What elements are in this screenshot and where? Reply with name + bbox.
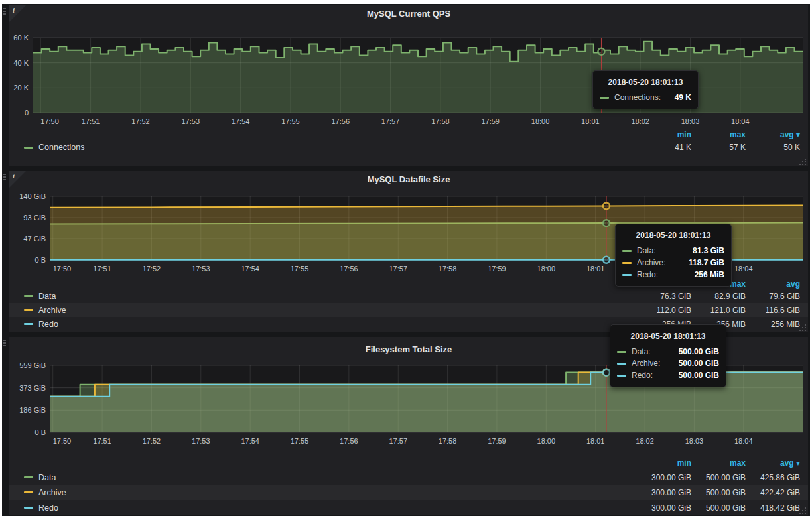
tooltip-series-name: Redo: <box>637 270 658 279</box>
hover-tooltip-0: 2018-05-20 18:01:13Connections:49 K <box>592 70 699 109</box>
series-color-dash-icon <box>24 295 33 297</box>
legend-stat-value: 79.6 GiB <box>746 292 800 301</box>
x-axis-label: 17:50 <box>53 265 72 273</box>
series-color-dash-icon <box>600 97 609 99</box>
series-color-dash-icon <box>622 250 632 252</box>
panel-info-corner[interactable]: i <box>9 5 26 22</box>
legend-series-label[interactable]: Archive <box>38 488 66 497</box>
series-color-dash-icon <box>617 363 626 365</box>
legend-row-data: Data76.3 GiB82.9 GiB79.6 GiB <box>9 289 808 303</box>
legend-series-label[interactable]: Archive <box>38 306 66 315</box>
x-axis-label: 17:57 <box>389 437 407 445</box>
legend-stat-value: 57 K <box>691 143 746 152</box>
legend-sort-avg[interactable]: avg ▾ <box>746 458 800 468</box>
panel-resize-handle[interactable] <box>799 157 807 164</box>
panel-info-corner[interactable]: i <box>9 171 26 188</box>
x-axis-label: 17:58 <box>439 265 457 273</box>
panel-resize-handle[interactable] <box>799 505 807 513</box>
x-axis-label: 17:54 <box>241 437 259 445</box>
legend-sort-min[interactable]: min <box>637 458 691 468</box>
crosshair-point-marker <box>603 369 610 376</box>
legend-stat-value: 300.00 GiB <box>637 503 691 513</box>
crosshair-point-marker <box>603 220 610 226</box>
legend-series-label[interactable]: Data <box>38 292 56 301</box>
legend-2: minmaxavg ▾Data300.00 GiB500.00 GiB425.8… <box>9 456 808 515</box>
panel-title-mysql-datafile-size[interactable]: MySQL Datafile Size <box>9 171 808 190</box>
legend-0: minmaxavg ▾Connections41 K57 K50 K <box>9 129 808 154</box>
tooltip-series-row: Data:81.3 GiB <box>622 245 724 257</box>
legend-stat-value: 422.42 GiB <box>746 488 800 497</box>
y-axis-label: 93 GiB <box>23 214 46 222</box>
legend-stat-value: 425.86 GiB <box>746 473 800 482</box>
legend-stat-value: 418.42 GiB <box>746 503 800 513</box>
x-axis-label: 18:01 <box>581 117 600 125</box>
panel-drag-handle[interactable] <box>3 174 8 182</box>
legend-stat-value: 300.00 GiB <box>637 473 691 482</box>
tooltip-series-name: Archive: <box>637 258 665 267</box>
legend-stat-value: 41 K <box>637 143 691 152</box>
tooltip-series-name: Data: <box>632 347 651 356</box>
legend-stat-value: 50 K <box>746 143 800 152</box>
x-axis-label: 17:50 <box>53 437 72 445</box>
legend-header-row: minmaxavg ▾ <box>9 456 808 470</box>
legend-sort-max[interactable]: max <box>691 458 746 468</box>
x-axis-label: 17:53 <box>192 437 210 445</box>
info-icon: i <box>13 6 15 14</box>
x-axis-label: 17:52 <box>143 437 161 445</box>
legend-stat-value: 112.0 GiB <box>637 306 691 315</box>
tooltip-series-value: 500.00 GiB <box>679 347 719 356</box>
legend-series-label[interactable]: Redo <box>38 503 58 513</box>
y-axis-label: 0 <box>25 109 29 117</box>
legend-row-redo: Redo300.00 GiB500.00 GiB418.42 GiB <box>9 500 808 515</box>
tooltip-series-row: Data:500.00 GiB <box>617 346 719 358</box>
x-axis-label: 17:59 <box>481 117 500 125</box>
legend-series-label[interactable]: Redo <box>38 320 58 329</box>
legend-sort-min[interactable]: min <box>637 130 691 139</box>
series-color-dash-icon <box>24 323 33 325</box>
panel-title-mysql-current-qps[interactable]: MySQL Current QPS <box>9 5 808 24</box>
x-axis-label: 18:04 <box>731 117 750 125</box>
series-color-dash-icon <box>617 375 626 377</box>
panel-drag-handle[interactable] <box>3 340 8 348</box>
panel-drag-handle[interactable] <box>3 8 8 16</box>
series-color-dash-icon <box>622 262 632 264</box>
tooltip-series-value: 500.00 GiB <box>679 359 719 368</box>
tooltip-series-name: Connections: <box>614 93 661 102</box>
x-axis-label: 17:52 <box>131 117 150 125</box>
x-axis-label: 17:57 <box>381 117 400 125</box>
tooltip-series-value: 81.3 GiB <box>693 246 724 255</box>
legend-sort-avg[interactable]: avg ▾ <box>746 130 800 139</box>
x-axis-label: 17:56 <box>340 437 358 445</box>
x-axis-label: 17:55 <box>291 265 309 273</box>
hover-tooltip-1: 2018-05-20 18:01:13Data:81.3 GiBArchive:… <box>615 224 732 287</box>
panel-resize-handle[interactable] <box>799 322 807 330</box>
y-axis-label: 0 B <box>34 256 46 264</box>
legend-series-label[interactable]: Data <box>38 473 56 482</box>
series-color-dash-icon <box>24 309 33 311</box>
x-axis-label: 17:51 <box>93 265 111 273</box>
legend-stat-value: 76.3 GiB <box>637 292 691 301</box>
legend-series-label[interactable]: Connections <box>38 143 85 152</box>
x-axis-label: 18:00 <box>537 437 556 445</box>
tooltip-series-value: 49 K <box>675 93 691 102</box>
legend-sort-avg[interactable]: avg <box>746 279 800 289</box>
legend-sort-max[interactable]: max <box>691 130 746 139</box>
series-color-dash-icon <box>24 507 33 509</box>
tooltip-series-name: Redo: <box>632 371 653 380</box>
tooltip-series-row: Connections:49 K <box>600 92 691 103</box>
x-axis-label: 17:54 <box>241 265 259 273</box>
x-axis-label: 18:02 <box>636 437 654 445</box>
x-axis-label: 18:02 <box>631 117 649 125</box>
tooltip-series-value: 256 MiB <box>695 270 724 279</box>
legend-row-data: Data300.00 GiB500.00 GiB425.86 GiB <box>9 470 808 485</box>
x-axis-label: 17:59 <box>488 437 506 445</box>
y-axis-label: 186 GiB <box>19 406 46 414</box>
legend-stat-value: 300.00 GiB <box>637 488 691 497</box>
x-axis-label: 17:56 <box>331 117 350 125</box>
legend-stat-value: 116.6 GiB <box>746 306 800 315</box>
y-axis-label: 140 GiB <box>19 192 46 200</box>
x-axis-label: 17:59 <box>488 265 506 273</box>
y-axis-label: 373 GiB <box>19 384 46 392</box>
x-axis-label: 17:54 <box>232 117 250 125</box>
legend-stat-value: 500.00 GiB <box>691 488 746 497</box>
